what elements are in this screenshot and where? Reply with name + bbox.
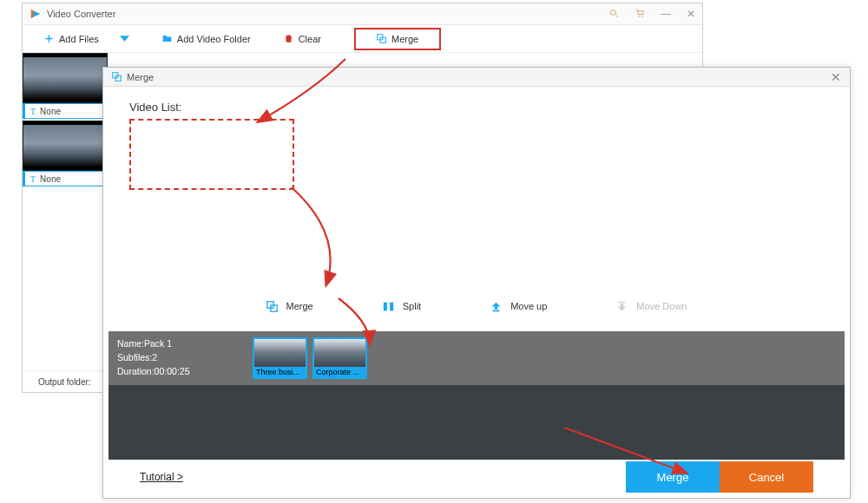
move-up-icon: [490, 301, 502, 312]
svg-rect-11: [390, 302, 393, 310]
cancel-button[interactable]: Cancel: [720, 461, 813, 493]
output-folder-label: Output folder:: [38, 377, 91, 387]
merge-action-button[interactable]: Merge: [266, 301, 313, 312]
thumb-label: T None: [23, 103, 108, 119]
move-up-action-button[interactable]: Move up: [490, 301, 547, 312]
split-action-label: Split: [403, 301, 421, 311]
video-thumbnail: [23, 121, 108, 171]
merge-icon: [377, 34, 386, 43]
merge-button-highlighted[interactable]: Merge: [354, 28, 441, 50]
close-button[interactable]: ✕: [831, 70, 841, 84]
merge-dialog-title: Merge: [127, 72, 154, 82]
merge-dialog: Merge ✕ Video List: Merge Split Move up …: [102, 67, 851, 499]
pack-thumb-1[interactable]: Three busi...: [253, 337, 307, 379]
move-down-action-button: Move Down: [616, 301, 687, 312]
video-thumbnail: [23, 53, 108, 103]
folder-icon: [162, 34, 172, 43]
svg-point-3: [641, 16, 643, 17]
add-video-folder-button[interactable]: Add Video Folder: [162, 34, 251, 44]
main-toolbar: Add Files Add Video Folder Clear Merge: [23, 25, 702, 53]
merge-icon: [112, 72, 122, 82]
merge-actions-row: Merge Split Move up Move Down: [103, 293, 850, 319]
merge-icon: [266, 301, 278, 312]
dark-gap-area: [108, 385, 845, 460]
pack-thumb-image: [254, 339, 306, 367]
move-up-label: Move up: [510, 301, 547, 311]
merge-confirm-button[interactable]: Merge: [626, 461, 720, 493]
pack-strip[interactable]: Name:Pack 1 Subfiles:2 Duration:00:00:25…: [108, 331, 845, 385]
pack-thumb-2[interactable]: Corporate ...: [312, 337, 367, 379]
window-title: Video Converter: [47, 9, 115, 19]
dropdown-icon: [120, 34, 129, 43]
trash-icon: [284, 34, 293, 43]
video-thumb-item[interactable]: T None: [23, 53, 108, 119]
pack-info: Name:Pack 1 Subfiles:2 Duration:00:00:25: [117, 337, 247, 378]
merge-toolbar-label: Merge: [391, 34, 418, 44]
svg-rect-13: [619, 301, 626, 303]
svg-rect-10: [384, 302, 387, 310]
split-action-button[interactable]: Split: [383, 301, 421, 312]
app-logo-icon: [30, 8, 42, 20]
tutorial-link[interactable]: Tutorial >: [140, 471, 183, 483]
pack-thumb-caption: Corporate ...: [314, 367, 365, 377]
search-icon[interactable]: [608, 8, 619, 18]
move-down-label: Move Down: [636, 301, 687, 311]
svg-point-0: [610, 10, 615, 15]
svg-point-2: [639, 16, 641, 17]
pack-thumb-image: [314, 339, 365, 367]
svg-rect-12: [493, 310, 500, 311]
merge-action-label: Merge: [286, 301, 313, 311]
merge-dialog-titlebar: Merge ✕: [103, 68, 850, 87]
minimize-button[interactable]: —: [661, 8, 671, 20]
drop-area-highlight[interactable]: [129, 119, 294, 190]
pack-thumb-caption: Three busi...: [254, 367, 306, 377]
video-list-label: Video List:: [129, 101, 824, 114]
svg-line-1: [615, 15, 618, 17]
merge-dialog-body: Video List:: [103, 87, 850, 293]
close-button[interactable]: ✕: [687, 8, 695, 20]
video-thumbs-column: T None T None: [23, 53, 108, 370]
main-titlebar: Video Converter — ✕: [23, 3, 702, 25]
plus-icon: [44, 34, 54, 43]
clear-label: Clear: [299, 34, 321, 44]
clear-button[interactable]: Clear: [284, 34, 321, 44]
merge-dialog-footer: Tutorial > Merge Cancel: [103, 460, 850, 494]
split-icon: [383, 301, 394, 312]
add-folder-label: Add Video Folder: [177, 34, 251, 44]
add-files-label: Add Files: [59, 34, 99, 44]
thumb-label: T None: [23, 171, 108, 186]
move-down-icon: [616, 301, 628, 312]
cart-icon[interactable]: [635, 8, 645, 18]
add-files-button[interactable]: Add Files: [44, 34, 129, 44]
video-thumb-item[interactable]: T None: [23, 121, 108, 186]
